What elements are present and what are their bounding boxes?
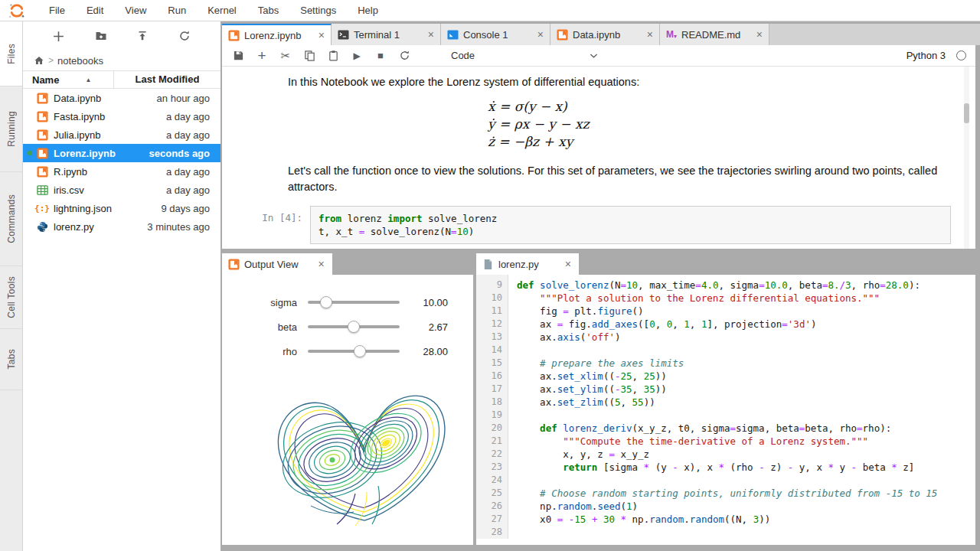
- menu-item-run[interactable]: Run: [157, 0, 197, 21]
- paste-cells-button[interactable]: [327, 49, 339, 63]
- file-row-data-ipynb[interactable]: Data.ipynban hour ago: [23, 89, 220, 107]
- left-sidebar-strip: FilesRunningCommandsCell ToolsTabs: [0, 21, 23, 551]
- notebook-icon: [36, 148, 48, 159]
- home-icon[interactable]: [34, 55, 44, 66]
- line-number: 27: [476, 513, 502, 526]
- file-row-fasta-ipynb[interactable]: Fasta.ipynba day ago: [23, 107, 220, 126]
- code-editor[interactable]: 8910111213141516171819202122232425262728…: [476, 275, 975, 539]
- code-line: def lorenz_deriv(x_y_z, t0, sigma=sigma,…: [517, 422, 975, 435]
- slider-value: 2.67: [429, 321, 448, 333]
- file-row-lightning-json[interactable]: {:}lightning.json9 days ago: [23, 199, 220, 217]
- sidebar-tab-label: Files: [6, 44, 17, 64]
- slider-track-sigma[interactable]: [308, 301, 400, 304]
- main-tab-terminal-1[interactable]: Terminal 1×: [332, 24, 441, 45]
- code-area[interactable]: def solve_lorenz(N=10, max_time=4.0, sig…: [508, 275, 975, 539]
- file-row-lorenz-ipynb[interactable]: Lorenz.ipynbseconds ago: [23, 144, 220, 162]
- tab-output-view[interactable]: Output View ×: [222, 253, 332, 275]
- sidebar-tab-commands[interactable]: Commands: [0, 172, 22, 266]
- slider-value: 28.00: [423, 346, 448, 357]
- slider-row-sigma: sigma10.00: [222, 290, 473, 315]
- menu-item-settings[interactable]: Settings: [289, 0, 347, 21]
- scrollbar-thumb[interactable]: [964, 103, 969, 123]
- slider-thumb-sigma[interactable]: [320, 296, 332, 308]
- code-cell-editor[interactable]: from lorenz import solve_lorenzt, x_t = …: [310, 206, 951, 244]
- tab-label: Terminal 1: [354, 29, 400, 41]
- tab-label: Console 1: [463, 29, 508, 41]
- breadcrumb-folder[interactable]: notebooks: [57, 55, 103, 67]
- code-line: """Compute the time-derivative of a Lore…: [517, 435, 975, 448]
- menu-item-tabs[interactable]: Tabs: [247, 0, 289, 21]
- slider-thumb-rho[interactable]: [354, 345, 366, 357]
- notebook-scrollbar[interactable]: [964, 67, 969, 249]
- column-last-modified[interactable]: Last Modified: [113, 71, 220, 88]
- file-name: iris.csv: [54, 184, 166, 196]
- file-name: Data.ipynb: [54, 93, 157, 104]
- close-icon[interactable]: ×: [422, 28, 434, 41]
- menu-item-help[interactable]: Help: [347, 0, 389, 21]
- lorenz-attractor-plot: [265, 377, 473, 533]
- save-button[interactable]: [232, 49, 244, 63]
- slider-thumb-beta[interactable]: [348, 321, 360, 333]
- menu-item-kernel[interactable]: Kernel: [197, 0, 247, 21]
- new-launcher-button[interactable]: [48, 26, 70, 46]
- stop-kernel-button[interactable]: ■: [374, 49, 387, 63]
- running-kernel-dot: [28, 224, 32, 229]
- main-tab-lorenz-ipynb[interactable]: Lorenz.ipynb×: [222, 24, 332, 45]
- close-icon[interactable]: ×: [312, 258, 325, 270]
- menu-item-edit[interactable]: Edit: [76, 0, 114, 21]
- running-kernel-dot: [28, 132, 32, 137]
- cell-type-dropdown[interactable]: Code: [443, 47, 606, 64]
- file-row-iris-csv[interactable]: iris.csva day ago: [23, 181, 220, 199]
- code-line: [517, 474, 975, 487]
- sidebar-tab-files[interactable]: Files: [0, 21, 22, 86]
- sidebar-tab-running[interactable]: Running: [0, 86, 22, 172]
- slider-label: beta: [230, 321, 297, 333]
- file-row-r-ipynb[interactable]: R.ipynba day ago: [23, 162, 220, 181]
- file-row-julia-ipynb[interactable]: Julia.ipynba day ago: [23, 126, 220, 144]
- code-line: """Plot a solution to the Lorenz differe…: [517, 292, 975, 305]
- close-icon[interactable]: ×: [531, 28, 544, 41]
- kernel-status-idle-icon[interactable]: [956, 51, 966, 60]
- slider-track-beta[interactable]: [308, 325, 400, 328]
- running-kernel-dot: [28, 206, 32, 210]
- notebook-icon: [228, 30, 240, 41]
- restart-kernel-button[interactable]: [398, 49, 410, 63]
- menu-item-view[interactable]: View: [114, 0, 157, 21]
- chevron-down-icon: [590, 53, 598, 59]
- main-tab-data-ipynb[interactable]: Data.ipynb×: [550, 24, 660, 45]
- markdown-cell[interactable]: In this Notebook we explore the Lorenz s…: [288, 74, 975, 90]
- column-name[interactable]: Name ▲: [23, 74, 113, 86]
- main-tab-readme-md[interactable]: M▾README.md×: [660, 24, 769, 45]
- line-number: 12: [476, 318, 502, 331]
- menu-item-file[interactable]: File: [38, 0, 76, 21]
- code-line: t, x_t = solve_lorenz(N=10): [318, 225, 942, 238]
- main-tab-console-1[interactable]: Console 1×: [441, 24, 550, 45]
- jupyter-logo-icon: [8, 2, 26, 20]
- kernel-name[interactable]: Python 3: [906, 50, 946, 61]
- close-icon[interactable]: ×: [559, 258, 571, 270]
- copy-cells-button[interactable]: [303, 49, 315, 63]
- slider-track-rho[interactable]: [308, 350, 400, 353]
- upload-button[interactable]: [132, 26, 153, 46]
- json-icon: {:}: [36, 204, 48, 214]
- close-icon[interactable]: ×: [641, 28, 653, 41]
- tab-lorenz-py[interactable]: lorenz.py ×: [476, 253, 579, 275]
- line-number: 23: [476, 461, 502, 474]
- notebook-toolbar: + ✂ ▶ ■ Code Python 3: [222, 45, 975, 67]
- sidebar-tab-cell-tools[interactable]: Cell Tools: [0, 266, 22, 329]
- notebook-icon: [36, 93, 48, 104]
- sidebar-tab-tabs[interactable]: Tabs: [0, 329, 22, 390]
- close-icon[interactable]: ×: [312, 29, 325, 41]
- markdown-cell[interactable]: Let's call the function once to view the…: [288, 163, 939, 195]
- close-icon[interactable]: ×: [750, 28, 763, 41]
- add-cell-button[interactable]: +: [256, 49, 268, 63]
- file-modified: 9 days ago: [161, 203, 210, 214]
- run-cell-button[interactable]: ▶: [351, 49, 363, 63]
- file-row-lorenz-py[interactable]: lorenz.py3 minutes ago: [23, 217, 220, 236]
- refresh-file-list-button[interactable]: [174, 26, 195, 46]
- lorenz-attractor-image: [265, 377, 456, 530]
- line-number-gutter: 8910111213141516171819202122232425262728: [476, 275, 508, 539]
- new-folder-button[interactable]: [90, 26, 112, 46]
- code-cell[interactable]: In [4]: from lorenz import solve_lorenzt…: [222, 206, 975, 244]
- cut-cells-button[interactable]: ✂: [279, 49, 292, 63]
